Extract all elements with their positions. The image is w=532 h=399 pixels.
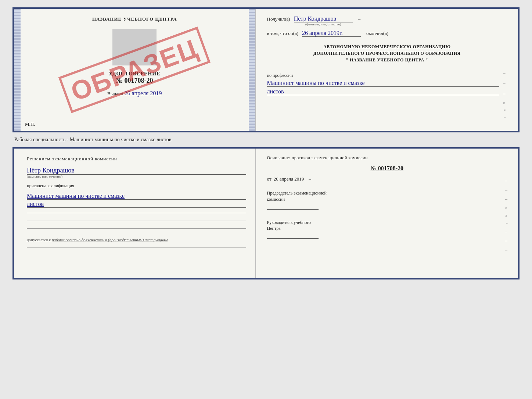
а-char: а	[503, 109, 507, 111]
right-border-decoration-top-left	[249, 9, 255, 131]
rukovoditel-line1: Руководитель учебного	[267, 220, 507, 226]
org-block: АВТОНОМНУЮ НЕКОММЕРЧЕСКУЮ ОРГАНИЗАЦИЮ ДО…	[267, 43, 507, 63]
bottom-certificate: Решением экзаменационной комиссии Пётр К…	[12, 147, 520, 279]
right-dashes-top: – – – и а ←	[499, 70, 507, 119]
rukovoditel-block: Руководитель учебного Центра	[267, 220, 507, 239]
org-line3: " НАЗВАНИЕ УЧЕБНОГО ЦЕНТРА "	[267, 57, 507, 63]
blank-line-3	[27, 228, 246, 229]
vydano-prefix: Выдано	[107, 91, 123, 96]
vydano-date: 26 апреля 2019	[125, 90, 162, 96]
org-line2: ДОПОЛНИТЕЛЬНОГО ПРОФЕССИОНАЛЬНОГО ОБРАЗО…	[267, 50, 507, 57]
vtom-row: в том, что он(а) 26 апреля 2019г. окончи…	[267, 30, 507, 37]
dash-r2: –	[503, 80, 507, 86]
left-border-decoration	[14, 9, 21, 131]
poluchil-sublabel: (фамилия, имя, отчество)	[305, 22, 341, 26]
top-cert-right: Получил(а) Пётр Кондрашов (фамилия, имя,…	[256, 9, 518, 131]
right-edge-dashes-1: по профессии Машинист машины по чистке и…	[267, 70, 507, 119]
dopuskaetsya-prefix: допускается к	[27, 238, 51, 242]
document-container: НАЗВАНИЕ УЧЕБНОГО ЦЕНТРА УДОСТОВЕРЕНИЕ №…	[12, 7, 520, 279]
udostoverenie-block: УДОСТОВЕРЕНИЕ № 001708-20	[109, 71, 160, 85]
predsedatel-line1: Председатель экзаменационной	[267, 190, 507, 196]
vtom-prefix: в том, что он(а)	[267, 31, 299, 36]
cert-number-top: № 001708-20	[109, 77, 160, 85]
blank-line-4	[27, 247, 246, 247]
dopuskaetsya-value: работе согласно должностным (производств…	[52, 238, 168, 242]
rukovoditel-signature	[267, 238, 319, 239]
rukovoditel-line2: Центра	[267, 225, 507, 232]
right-edge-dashes-bottom: – – – и а ← – – –	[505, 178, 509, 253]
qualification-block: Машинист машины по чистке и смазке листо…	[27, 192, 246, 208]
predsedatel-line2: комиссии	[267, 196, 507, 203]
predsedatel-block: Председатель экзаменационной комиссии	[267, 190, 507, 210]
protocol-number: № 001708-20	[267, 165, 507, 172]
dash-r3: –	[503, 90, 507, 96]
qualification-line2: листов	[27, 201, 246, 208]
profession-line1: Машинист машины по чистке и смазке	[267, 80, 499, 87]
dash-r1: –	[503, 70, 507, 76]
dopuskaetsya-block: допускается к работе согласно должностны…	[27, 238, 246, 242]
predsedatel-signature	[267, 209, 319, 210]
dash-b3: –	[505, 196, 509, 202]
blank-line-2	[27, 221, 246, 221]
arrow-char-b: ←	[505, 221, 509, 225]
profession-block: по профессии Машинист машины по чистке и…	[267, 70, 499, 95]
cert-image	[112, 29, 157, 65]
name-sublabel-bottom: (фамилия, имя, отчество)	[27, 175, 246, 178]
osnov-title: Основание: протокол экзаменационной коми…	[267, 155, 507, 161]
dash1: –	[358, 16, 361, 22]
а-char-b: а	[505, 213, 509, 217]
specialty-label: Рабочая специальность - Машинист машины …	[12, 137, 171, 143]
arrow-char: ←	[503, 115, 507, 119]
qualification-line1: Машинист машины по чистке и смазке	[27, 193, 246, 200]
dash-b6: –	[505, 247, 509, 253]
decision-title: Решением экзаменационной комиссии	[27, 156, 246, 162]
poluchil-name: Пётр Кондрашов	[294, 15, 353, 22]
vydano-block: Выдано 26 апреля 2019	[107, 90, 162, 97]
dash-b2: –	[505, 187, 509, 193]
person-block: Пётр Кондрашов (фамилия, имя, отчество)	[27, 165, 246, 178]
poluchil-row: Получил(а) Пётр Кондрашов (фамилия, имя,…	[267, 15, 507, 26]
poluchil-label: Получил(а)	[267, 16, 290, 22]
okonchil-label: окончил(а)	[366, 31, 388, 36]
bottom-cert-left: Решением экзаменационной комиссии Пётр К…	[14, 149, 256, 278]
ot-date: 26 апреля 2019	[274, 176, 304, 182]
po-professii-label: по профессии	[267, 73, 499, 78]
assigned-label: присвоена квалификация	[27, 183, 246, 189]
и-char: и	[503, 101, 507, 105]
top-certificate: НАЗВАНИЕ УЧЕБНОГО ЦЕНТРА УДОСТОВЕРЕНИЕ №…	[12, 7, 520, 132]
profession-line2: листов	[267, 88, 499, 95]
bottom-cert-right: Основание: протокол экзаменационной коми…	[256, 149, 518, 278]
dash-b5: –	[505, 238, 509, 243]
dash-b4: –	[505, 229, 509, 234]
udostoverenie-label: УДОСТОВЕРЕНИЕ	[109, 71, 160, 77]
ot-prefix: от	[267, 176, 272, 182]
blank-line-1	[27, 213, 246, 213]
vtom-date: 26 апреля 2019г.	[302, 30, 361, 37]
dash-ot: –	[309, 176, 311, 182]
mp-label: М.П.	[25, 121, 35, 127]
ot-row: от 26 апреля 2019 –	[267, 176, 507, 182]
school-name-top: НАЗВАНИЕ УЧЕБНОГО ЦЕНТРА	[92, 16, 177, 22]
dash-b1: –	[505, 178, 509, 184]
и-char-b: и	[505, 206, 509, 210]
org-line1: АВТОНОМНУЮ НЕКОММЕРЧЕСКУЮ ОРГАНИЗАЦИЮ	[267, 43, 507, 50]
decision-name: Пётр Кондрашов	[27, 167, 246, 175]
top-cert-left: НАЗВАНИЕ УЧЕБНОГО ЦЕНТРА УДОСТОВЕРЕНИЕ №…	[14, 9, 256, 131]
